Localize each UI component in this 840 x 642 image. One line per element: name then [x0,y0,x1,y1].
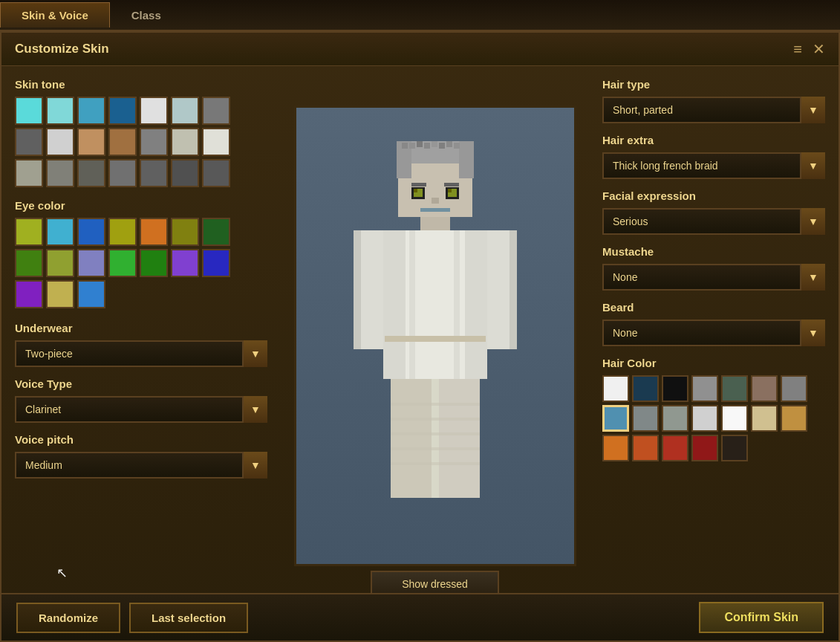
voice-pitch-dropdown-btn[interactable]: ▼ [242,452,267,479]
eye-color-swatch-4[interactable] [140,218,168,246]
skin-tone-swatch-20[interactable] [202,159,230,187]
skin-tone-swatch-2[interactable] [77,97,105,125]
hair-type-dropdown[interactable]: Short, parted ▼ [602,97,825,123]
eye-color-swatch-15[interactable] [46,280,74,308]
skin-tone-swatch-9[interactable] [77,128,105,156]
tab-skin-voice[interactable]: Skin & Voice [0,2,110,27]
skin-tone-swatch-3[interactable] [108,97,137,125]
svg-rect-4 [432,141,437,147]
eye-color-swatch-1[interactable] [46,218,74,246]
skin-tone-swatch-6[interactable] [202,97,230,125]
eye-color-swatch-6[interactable] [202,218,230,246]
hair-color-swatch-0[interactable] [602,375,629,402]
skin-tone-swatch-15[interactable] [46,159,74,187]
skin-tone-swatch-16[interactable] [77,159,105,187]
confirm-skin-button[interactable]: Confirm Skin [699,602,824,633]
hair-color-swatch-9[interactable] [662,405,688,432]
eye-color-swatch-2[interactable] [77,218,105,246]
beard-dropdown-btn[interactable]: ▼ [800,320,825,346]
eye-color-swatch-11[interactable] [140,249,168,277]
hair-extra-dropdown-btn[interactable]: ▼ [800,152,825,179]
hair-color-swatch-14[interactable] [602,435,629,461]
hair-color-swatch-10[interactable] [691,405,718,432]
beard-value[interactable]: None [602,320,825,346]
robe-fold1 [409,230,415,379]
hair-color-swatch-2[interactable] [662,375,688,402]
voice-type-value[interactable]: Clarinet [15,396,267,423]
voice-type-dropdown-btn[interactable]: ▼ [242,396,267,423]
eye-color-swatch-13[interactable] [202,249,230,277]
skin-tone-swatch-5[interactable] [171,97,199,125]
skin-tone-swatch-17[interactable] [108,159,137,187]
eye-color-swatch-14[interactable] [15,280,43,308]
hair-type-dropdown-btn[interactable]: ▼ [800,97,825,123]
mustache-dropdown[interactable]: None ▼ [602,264,825,291]
hair-color-swatch-3[interactable] [691,375,718,402]
skin-tone-swatch-8[interactable] [46,128,74,156]
mustache-dropdown-btn[interactable]: ▼ [800,264,825,291]
voice-pitch-dropdown[interactable]: Medium ▼ [15,452,267,479]
voice-pitch-value[interactable]: Medium [15,452,267,479]
skin-tone-swatch-19[interactable] [171,159,199,187]
hair-color-swatch-8[interactable] [632,405,659,432]
skin-tone-swatch-11[interactable] [140,128,168,156]
skin-tone-swatch-18[interactable] [140,159,168,187]
eye-color-swatch-3[interactable] [108,218,137,246]
underwear-value[interactable]: Two-piece [15,340,267,367]
underwear-dropdown[interactable]: Two-piece ▼ [15,340,267,367]
hair-color-swatch-17[interactable] [691,435,718,461]
beard-dropdown[interactable]: None ▼ [602,320,825,346]
hair-color-swatch-11[interactable] [721,405,748,432]
skin-tone-swatch-0[interactable] [15,97,43,125]
hair-color-swatch-4[interactable] [721,375,748,402]
mustache-value[interactable]: None [602,264,825,291]
hair-color-swatch-15[interactable] [632,435,659,461]
skin-tone-swatch-13[interactable] [202,128,230,156]
hair-color-swatch-6[interactable] [781,375,807,402]
facial-expression-dropdown-btn[interactable]: ▼ [800,208,825,235]
hair-extra-dropdown[interactable]: Thick long french braid ▼ [602,152,825,179]
randomize-button[interactable]: Randomize [16,603,120,633]
last-selection-button[interactable]: Last selection [129,603,248,633]
underwear-label: Underwear [15,322,267,334]
hair-color-swatch-5[interactable] [751,375,778,402]
hair-type-value[interactable]: Short, parted [602,97,825,123]
hair-color-swatch-13[interactable] [781,405,807,432]
facial-expression-dropdown[interactable]: Serious ▼ [602,208,825,235]
hair-color-swatch-1[interactable] [632,375,659,402]
eye-color-swatch-12[interactable] [171,249,199,277]
hair-extra-value[interactable]: Thick long french braid [602,152,825,179]
facial-expression-value[interactable]: Serious [602,208,825,235]
voice-type-dropdown[interactable]: Clarinet ▼ [15,396,267,423]
svg-rect-1 [409,143,415,149]
skin-tone-swatch-7[interactable] [15,128,43,156]
window-title: Customize Skin [15,42,109,56]
eye-color-swatch-0[interactable] [15,218,43,246]
skin-tone-swatch-10[interactable] [108,128,137,156]
skin-tone-swatch-12[interactable] [171,128,199,156]
eye-left-pupil [414,189,417,192]
eye-color-swatch-16[interactable] [77,280,105,308]
main-window: Customize Skin ≡ ✕ Skin tone Eye color U… [0,31,840,642]
center-panel: Show dressed [279,78,590,625]
tab-class[interactable]: Class [110,2,183,28]
menu-icon[interactable]: ≡ [793,41,802,58]
eye-color-swatch-10[interactable] [108,249,137,277]
robe-left-shadow [383,230,406,379]
hair-color-swatch-7[interactable] [602,405,629,432]
hair-color-swatch-18[interactable] [721,435,748,461]
underwear-dropdown-btn[interactable]: ▼ [242,340,267,367]
belt-line [385,336,486,342]
eyebrow-right [444,183,459,187]
title-icons: ≡ ✕ [793,40,825,58]
eye-color-swatch-9[interactable] [77,249,105,277]
close-icon[interactable]: ✕ [813,40,825,58]
eye-color-swatch-7[interactable] [15,249,43,277]
skin-tone-swatch-1[interactable] [46,97,74,125]
eye-color-swatch-5[interactable] [171,218,199,246]
hair-color-swatch-16[interactable] [662,435,688,461]
hair-color-swatch-12[interactable] [751,405,778,432]
skin-tone-swatch-14[interactable] [15,159,43,187]
skin-tone-swatch-4[interactable] [140,97,168,125]
eye-color-swatch-8[interactable] [46,249,74,277]
